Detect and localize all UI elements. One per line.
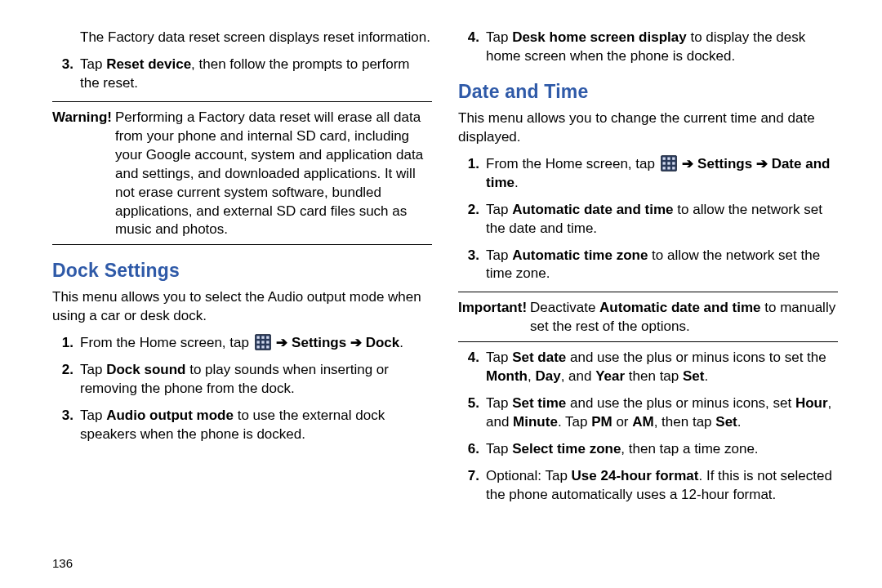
step-number: 1. (458, 155, 486, 193)
list-item: 1. From the Home screen, tap ➔ Settings … (458, 155, 838, 193)
step-number: 6. (458, 440, 486, 459)
list-item: 2. Tap Automatic date and time to allow … (458, 201, 838, 238)
right-column: 4. Tap Desk home screen display to displ… (458, 26, 838, 568)
arrow-icon: ➔ (350, 335, 362, 350)
bold-year: Year (595, 368, 625, 384)
text: Optional: Tap (486, 468, 572, 483)
step-text: Tap Set date and use the plus or minus i… (486, 349, 838, 386)
step-number: 3. (52, 56, 80, 93)
text: From the Home screen, tap (80, 335, 253, 350)
important-body: Deactivate Automatic date and time to ma… (530, 299, 838, 336)
step-text: Tap Desk home screen display to display … (486, 29, 838, 66)
step-number: 4. (458, 29, 486, 66)
text: , then tap (654, 414, 716, 430)
step-text: Tap Audio output mode to use the externa… (80, 407, 432, 444)
step-text: Tap Reset device, then follow the prompt… (80, 56, 432, 93)
text: , then tap a time zone. (621, 441, 758, 457)
nav-settings: Settings (292, 335, 346, 350)
text: Tap (80, 56, 106, 72)
bold-desk-home-screen-display: Desk home screen display (512, 29, 687, 45)
bold-set-date: Set date (512, 350, 566, 365)
text: . (399, 335, 403, 350)
text: . (737, 414, 742, 430)
text: or (612, 414, 633, 430)
step-number: 4. (458, 349, 486, 386)
step-number: 1. (52, 334, 80, 353)
important-note: Important! Deactivate Automatic date and… (458, 299, 838, 336)
step-text: Tap Automatic time zone to allow the net… (486, 247, 838, 284)
divider (458, 341, 838, 342)
divider (52, 101, 432, 102)
bold-dock-sound: Dock sound (106, 362, 185, 377)
datetime-intro: This menu allows you to change the curre… (458, 109, 838, 147)
text: Tap (486, 247, 512, 263)
list-item: 5. Tap Set time and use the plus or minu… (458, 394, 838, 432)
bold-set: Set (683, 368, 704, 384)
list-item: 4. Tap Set date and use the plus or minu… (458, 349, 838, 386)
text: Tap (486, 395, 512, 411)
warning-note: Warning! Performing a Factory data reset… (52, 109, 432, 240)
step-text: Tap Automatic date and time to allow the… (486, 201, 838, 238)
text: and use the plus or minus icons, set (566, 395, 795, 411)
list-item: 6. Tap Select time zone, then tap a time… (458, 440, 838, 459)
step-number: 3. (52, 407, 80, 444)
dock-intro: This menu allows you to select the Audio… (52, 288, 432, 326)
bold-set-time: Set time (512, 395, 566, 411)
bold-minute: Minute (513, 414, 558, 430)
heading-date-and-time: Date and Time (458, 79, 838, 105)
text: . (704, 368, 708, 384)
bold-day: Day (535, 368, 560, 384)
warning-body: Performing a Factory data reset will era… (115, 109, 432, 240)
text: Tap (486, 202, 512, 217)
list-item: 4. Tap Desk home screen display to displ… (458, 29, 838, 66)
step-number: 3. (458, 247, 486, 284)
apps-grid-icon (255, 334, 271, 350)
bold-select-time-zone: Select time zone (512, 441, 621, 457)
bold-set: Set (715, 414, 737, 430)
text: then tap (625, 368, 683, 384)
divider (52, 244, 432, 245)
bold-am: AM (632, 414, 653, 430)
list-item: 3. Tap Reset device, then follow the pro… (52, 56, 432, 93)
bold-automatic-date-and-time: Automatic date and time (512, 202, 673, 217)
list-item: 7. Optional: Tap Use 24-hour format. If … (458, 467, 838, 505)
bold-automatic-date-and-time: Automatic date and time (599, 300, 760, 315)
bold-reset-device: Reset device (106, 56, 191, 72)
bold-pm: PM (591, 414, 612, 430)
step-text: From the Home screen, tap ➔ Settings ➔ D… (486, 155, 838, 193)
bold-audio-output-mode: Audio output mode (106, 408, 234, 423)
list-item: 2. Tap Dock sound to play sounds when in… (52, 361, 432, 399)
warning-label: Warning! (52, 109, 115, 240)
step-text: Tap Select time zone, then tap a time zo… (486, 440, 838, 459)
step-number: 2. (52, 361, 80, 399)
document-page: The Factory data reset screen displays r… (0, 0, 882, 588)
text: Tap (486, 350, 512, 365)
heading-dock-settings: Dock Settings (52, 258, 432, 283)
step-number: 7. (458, 467, 486, 505)
list-item: 1. From the Home screen, tap ➔ Settings … (52, 334, 432, 353)
text: Tap (486, 29, 512, 45)
divider (458, 292, 838, 292)
bold-month: Month (486, 368, 528, 384)
bold-use-24-hour-format: Use 24-hour format (572, 468, 699, 483)
factory-reset-intro: The Factory data reset screen displays r… (52, 29, 432, 47)
arrow-icon: ➔ (756, 156, 768, 172)
bold-hour: Hour (795, 395, 828, 411)
text: Tap (486, 441, 512, 457)
text: From the Home screen, tap (486, 156, 659, 172)
left-column: The Factory data reset screen displays r… (52, 26, 432, 568)
nav-dock: Dock (366, 335, 400, 350)
text: . Tap (558, 414, 591, 430)
text: , and (561, 368, 596, 384)
list-item: 3. Tap Audio output mode to use the exte… (52, 407, 432, 444)
text: Tap (80, 362, 106, 377)
step-number: 5. (458, 394, 486, 432)
nav-settings: Settings (697, 156, 752, 172)
text: . (514, 175, 519, 190)
arrow-icon: ➔ (682, 156, 693, 172)
step-text: Tap Dock sound to play sounds when inser… (80, 361, 432, 399)
text: Deactivate (530, 300, 599, 315)
apps-grid-icon (661, 155, 677, 172)
text: Tap (80, 408, 106, 423)
important-label: Important! (458, 299, 530, 336)
